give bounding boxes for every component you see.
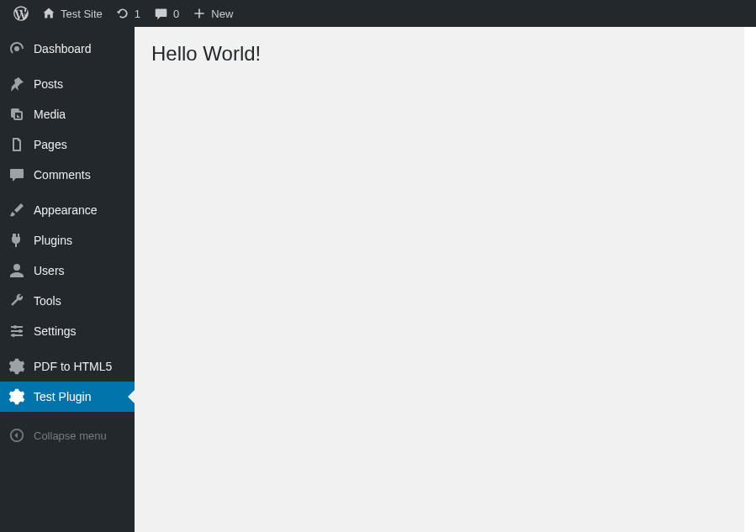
wp-logo-menu[interactable]: [7, 0, 35, 27]
collapse-menu-button[interactable]: Collapse menu: [0, 419, 135, 452]
page-heading: Hello World!: [151, 42, 727, 66]
sidebar-item-label: Media: [34, 108, 66, 121]
comments-link[interactable]: 0: [147, 0, 186, 27]
sidebar-item-label: Posts: [34, 77, 63, 91]
site-name-label: Test Site: [61, 8, 103, 20]
svg-point-1: [19, 329, 22, 333]
sidebar-item-users[interactable]: Users: [0, 255, 135, 286]
gear-icon: [8, 388, 25, 405]
sidebar-item-posts[interactable]: Posts: [0, 69, 135, 99]
sidebar-item-test-plugin[interactable]: Test Plugin: [0, 382, 135, 412]
brush-icon: [8, 202, 25, 219]
sidebar-item-media[interactable]: Media: [0, 99, 135, 129]
refresh-icon: [116, 7, 130, 20]
main-content: Hello World!: [135, 27, 744, 532]
home-icon: [42, 7, 56, 20]
pushpin-icon: [8, 76, 25, 92]
sidebar-item-plugins[interactable]: Plugins: [0, 225, 135, 255]
wordpress-icon: [13, 6, 29, 21]
new-content-link[interactable]: New: [186, 0, 240, 27]
sidebar-item-label: Users: [34, 264, 65, 277]
sliders-icon: [8, 323, 25, 340]
sidebar-item-label: PDF to HTML5: [34, 360, 112, 373]
wrench-icon: [8, 292, 25, 309]
page-icon: [8, 136, 25, 153]
sidebar-item-comments[interactable]: Comments: [0, 160, 135, 190]
sidebar-item-pdf-to-html5[interactable]: PDF to HTML5: [0, 351, 135, 382]
sidebar-item-pages[interactable]: Pages: [0, 129, 135, 160]
sidebar-item-dashboard[interactable]: Dashboard: [0, 34, 135, 64]
sidebar-item-label: Pages: [34, 138, 67, 151]
dashboard-icon: [8, 40, 25, 57]
comments-icon: [8, 166, 25, 183]
sidebar-item-appearance[interactable]: Appearance: [0, 195, 135, 225]
admin-sidebar: Dashboard Posts Media: [0, 27, 135, 532]
gear-icon: [8, 358, 25, 375]
sidebar-item-label: Comments: [34, 168, 91, 182]
sidebar-item-label: Plugins: [34, 234, 72, 247]
media-icon: [8, 106, 25, 123]
sidebar-item-label: Test Plugin: [34, 390, 91, 403]
updates-count: 1: [135, 8, 140, 20]
admin-bar: Test Site 1 0 New: [0, 0, 756, 27]
plus-icon: [193, 7, 206, 20]
sidebar-item-label: Appearance: [34, 203, 98, 217]
updates-link[interactable]: 1: [109, 0, 147, 27]
new-label: New: [211, 8, 233, 20]
sidebar-item-label: Dashboard: [34, 42, 92, 55]
sidebar-item-label: Settings: [34, 324, 77, 338]
collapse-icon: [8, 427, 25, 444]
plug-icon: [8, 232, 25, 249]
svg-point-2: [12, 334, 15, 337]
right-strip: [744, 27, 756, 532]
comments-count: 0: [173, 8, 179, 20]
sidebar-item-tools[interactable]: Tools: [0, 286, 135, 316]
svg-point-0: [13, 325, 17, 329]
user-icon: [8, 262, 25, 279]
comment-icon: [154, 7, 168, 21]
site-name-link[interactable]: Test Site: [35, 0, 109, 27]
sidebar-item-label: Tools: [34, 294, 61, 308]
collapse-label: Collapse menu: [34, 429, 107, 442]
sidebar-item-settings[interactable]: Settings: [0, 316, 135, 346]
